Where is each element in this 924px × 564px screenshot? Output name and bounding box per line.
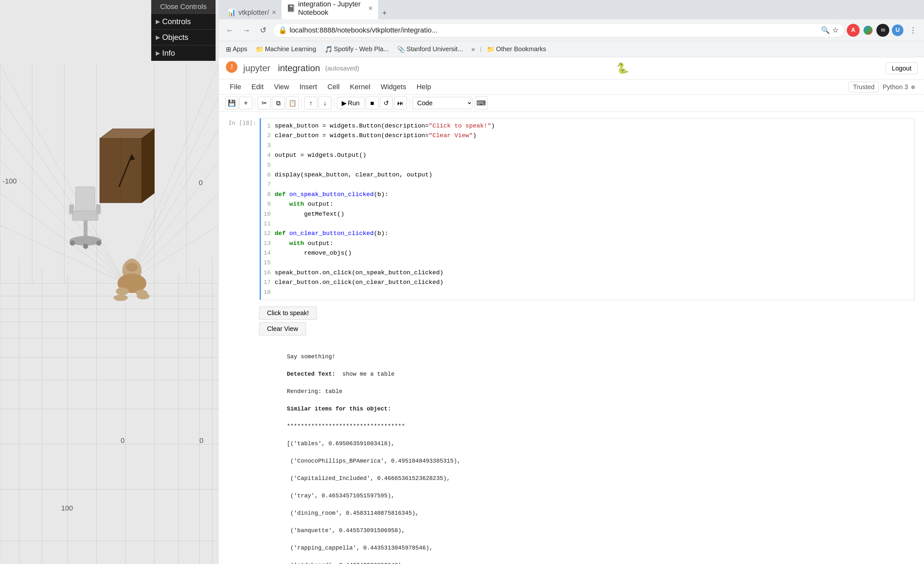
bookmark-other-icon: 📁 (487, 45, 495, 53)
bookmark-ml[interactable]: 📁 Machine Learning (252, 44, 320, 54)
cut-cell-button[interactable]: ✂ (258, 96, 271, 110)
keyboard-shortcuts-button[interactable]: ⌨ (475, 96, 488, 110)
ext-icon-1[interactable]: A (847, 24, 860, 37)
code-line-9: 9 with output: (264, 199, 912, 209)
svg-point-62 (137, 293, 150, 299)
lock-icon: 🔒 (278, 26, 287, 35)
jupyter-toolbar: 💾 + ✂ ⧉ 📋 ↑ ↓ ▶ Run ■ ↺ ⏭ Code Markdown … (219, 95, 924, 112)
move-down-button[interactable]: ↓ (318, 96, 332, 110)
line-num-13: 13 (264, 239, 275, 248)
run-button[interactable]: ▶ Run (337, 97, 364, 109)
bookmark-apps[interactable]: ⊞ Apps (223, 44, 250, 54)
output-line-2: Detected Text: show me a table (286, 371, 394, 377)
controls-arrow: ▶ (156, 18, 160, 25)
save-button[interactable]: 💾 (225, 96, 238, 110)
controls-menu-item[interactable]: ▶ Controls (151, 14, 216, 29)
cell-body-18[interactable]: 1 speak_button = widgets.Button(descript… (260, 118, 914, 300)
notebook-title[interactable]: integration (278, 63, 320, 74)
axis-label-0-floor2: 0 (200, 436, 203, 445)
line-code-6: display(speak_button, clear_button, outp… (275, 170, 912, 180)
tab-jupyter[interactable]: 📓 integration - Jupyter Notebook ✕ (282, 0, 378, 19)
line-code-18-empty (275, 287, 912, 297)
cell-type-select[interactable]: Code Markdown Raw NBConvert (412, 97, 472, 109)
line-num-4: 4 (264, 150, 275, 160)
bookmark-spotify[interactable]: 🎵 Spotify - Web Pla... (321, 44, 392, 54)
menu-file[interactable]: File (225, 81, 246, 93)
axis-label-0-wall: 0 (199, 179, 203, 187)
more-options-button[interactable]: ⋮ (906, 23, 920, 38)
3d-viewport[interactable]: Close Controls ▶ Controls ▶ Objects ▶ In… (0, 0, 219, 564)
line-num-11: 11 (264, 219, 275, 229)
bookmark-more[interactable]: » (468, 44, 478, 54)
cell-prompt-18: In [18]: (228, 118, 256, 300)
ext-icon-3[interactable]: ✉ (876, 24, 889, 37)
copy-cell-button[interactable]: ⧉ (272, 96, 285, 110)
line-num-8: 8 (264, 190, 275, 199)
line-code-14: remove_objs() (275, 248, 912, 258)
click-to-speak-widget-button[interactable]: Click to speak! (259, 307, 317, 320)
bookmark-stanford[interactable]: 📎 Stanford Universit... (394, 44, 466, 54)
toolbar-separator-2 (302, 98, 302, 108)
paste-cell-button[interactable]: 📋 (286, 96, 299, 110)
3d-cabinet (100, 129, 154, 203)
menu-view[interactable]: View (269, 81, 293, 93)
stop-button[interactable]: ■ (366, 96, 379, 110)
search-icon: 🔍 (821, 26, 830, 35)
line-code-8: def on_speak_button_clicked(b): (275, 190, 912, 199)
line-num-5: 5 (264, 160, 275, 170)
menu-edit[interactable]: Edit (247, 81, 268, 93)
address-bar[interactable]: 🔒 localhost:8888/notebooks/vtkplotter/in… (273, 23, 844, 38)
menu-cell[interactable]: Cell (323, 81, 344, 93)
code-line-8: 8 def on_speak_button_clicked(b): (264, 190, 912, 199)
context-menu[interactable]: Close Controls ▶ Controls ▶ Objects ▶ In… (151, 0, 216, 61)
line-code-3 (275, 141, 912, 150)
profile-avatar[interactable]: U (891, 24, 904, 37)
bookmark-apps-label: Apps (232, 45, 248, 53)
menu-kernel[interactable]: Kernel (345, 81, 375, 93)
line-code-2: clear_button = widgets.Button(descriptio… (275, 131, 912, 140)
jupyter-menubar: File Edit View Insert Cell Kernel Widget… (219, 80, 924, 95)
code-cell-18: In [18]: 1 speak_button = widgets.Button… (228, 118, 914, 300)
new-tab-button[interactable]: + (378, 6, 391, 19)
info-menu-item[interactable]: ▶ Info (151, 45, 216, 61)
objects-label: Objects (162, 33, 188, 42)
forward-button[interactable]: → (239, 23, 254, 38)
objects-menu-item[interactable]: ▶ Objects (151, 29, 216, 45)
back-button[interactable]: ← (223, 23, 237, 38)
ext-icon-2[interactable] (862, 24, 874, 37)
menu-help[interactable]: Help (412, 81, 436, 93)
line-num-9: 9 (264, 199, 275, 209)
insert-cell-button[interactable]: + (239, 96, 252, 110)
restart-button[interactable]: ↺ (380, 96, 393, 110)
bookmark-more-label: » (471, 45, 475, 53)
3d-chair (69, 187, 102, 249)
menu-widgets[interactable]: Widgets (376, 81, 411, 93)
toolbar-separator-1 (255, 98, 255, 108)
logout-button[interactable]: Logout (886, 62, 918, 74)
tab-vtkplotter-label: vtkplotter/ (238, 8, 269, 17)
tab-vtkplotter-close[interactable]: ✕ (272, 9, 276, 16)
clear-view-widget-button[interactable]: Clear View (259, 322, 306, 335)
move-up-button[interactable]: ↑ (304, 96, 317, 110)
tab-vtkplotter-favicon: 📊 (227, 8, 236, 17)
tab-vtkplotter[interactable]: 📊 vtkplotter/ ✕ (222, 6, 282, 19)
line-num-1: 1 (264, 121, 275, 131)
bookmark-separator: | (480, 46, 482, 53)
bookmark-other[interactable]: 📁 Other Bookmarks (483, 44, 549, 54)
menu-insert[interactable]: Insert (295, 81, 322, 93)
line-num-10: 10 (264, 209, 275, 219)
tab-jupyter-label: integration - Jupyter Notebook (298, 0, 366, 17)
output-line-13: ('sideboard', 0.443340980052948), (286, 562, 405, 564)
reload-button[interactable]: ↺ (256, 23, 270, 38)
svg-rect-42 (76, 187, 95, 212)
avatar-circle: U (892, 24, 903, 36)
tab-jupyter-close[interactable]: ✕ (368, 5, 373, 12)
bookmark-ml-label: Machine Learning (265, 45, 316, 53)
svg-text:J: J (230, 63, 233, 70)
browser-panel: 📊 vtkplotter/ ✕ 📓 integration - Jupyter … (219, 0, 924, 564)
restart-run-button[interactable]: ⏭ (394, 96, 407, 110)
svg-rect-50 (96, 205, 101, 214)
browser-action-buttons: A ✉ U ⋮ (847, 23, 920, 38)
3d-sculpture (114, 259, 150, 301)
context-menu-header: Close Controls (151, 0, 216, 14)
